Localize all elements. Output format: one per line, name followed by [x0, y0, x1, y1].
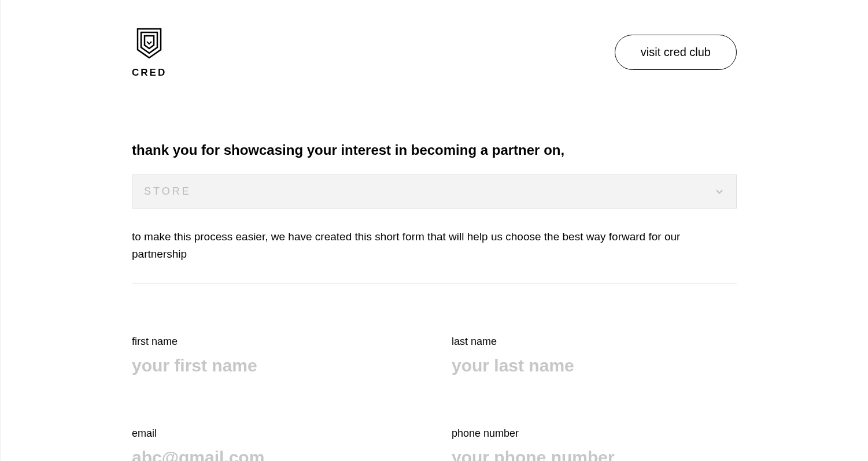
- first-name-field-group: first name: [132, 336, 417, 376]
- last-name-field-group: last name: [452, 336, 737, 376]
- form-grid: first name last name email phone number: [132, 336, 737, 461]
- last-name-label: last name: [452, 336, 737, 348]
- first-name-input[interactable]: [132, 356, 417, 376]
- chevron-down-icon: [714, 187, 725, 197]
- logo-text: CRED: [132, 67, 167, 79]
- header: CRED visit cred club: [132, 28, 737, 79]
- cred-shield-icon: [135, 28, 163, 60]
- intro-subtext: to make this process easier, we have cre…: [132, 228, 737, 263]
- email-field-group: email: [132, 427, 417, 461]
- partner-type-select[interactable]: STORE: [132, 174, 737, 209]
- select-value: STORE: [144, 185, 191, 198]
- phone-field-group: phone number: [452, 427, 737, 461]
- email-input[interactable]: [132, 448, 417, 461]
- visit-cred-club-button[interactable]: visit cred club: [615, 35, 737, 70]
- phone-label: phone number: [452, 427, 737, 440]
- page-heading: thank you for showcasing your interest i…: [132, 142, 737, 158]
- section-divider: [132, 283, 737, 284]
- first-name-label: first name: [132, 336, 417, 348]
- email-label: email: [132, 427, 417, 440]
- logo[interactable]: CRED: [132, 28, 167, 79]
- phone-input[interactable]: [452, 448, 737, 461]
- last-name-input[interactable]: [452, 356, 737, 376]
